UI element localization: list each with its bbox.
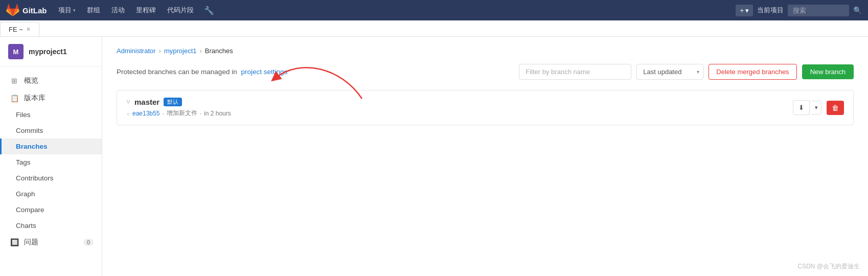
branch-default-badge: 默认 xyxy=(164,98,182,106)
download-chevron-button[interactable]: ▾ xyxy=(812,101,821,114)
branch-actions: ⬇ ▾ 🗑 xyxy=(793,100,844,115)
sidebar-item-graph[interactable]: Graph xyxy=(0,186,102,202)
topnav-right: + ▾ 当前项目 🔍 xyxy=(736,5,862,16)
breadcrumb-sep-2: › xyxy=(200,47,202,55)
breadcrumb: Administrator › myproject1 › Branches xyxy=(117,47,854,55)
nav-item-snippets[interactable]: 代码片段 xyxy=(162,4,199,17)
tab-fe[interactable]: FE ~ ✕ xyxy=(0,22,39,36)
delete-branch-button[interactable]: 🗑 xyxy=(827,101,844,115)
sort-wrapper: Last updatedNameOldest updated ▾ xyxy=(636,64,703,80)
delete-merged-branches-button[interactable]: Delete merged branches xyxy=(709,64,796,80)
sidebar-item-label-contributors: Contributors xyxy=(16,174,54,182)
commit-separator-2: · xyxy=(200,110,201,117)
branch-commit-row: ⬦ eae13b55 · 增加新文件 · in 2 hours xyxy=(126,109,793,118)
topnav-brand: GitLab xyxy=(22,6,47,15)
breadcrumb-current: Branches xyxy=(205,47,233,55)
topnav: GitLab 项目 ▾ 群组 活动 里程碑 代码片段 🔧 + ▾ 当前项目 🔍 xyxy=(0,0,868,20)
nav-item-activity[interactable]: 活动 xyxy=(106,4,130,17)
close-icon[interactable]: ✕ xyxy=(26,26,31,33)
commit-time: in 2 hours xyxy=(204,110,231,117)
branch-name-row: ⑂ master 默认 xyxy=(126,98,793,106)
sidebar-item-overview[interactable]: ⊞ 概览 xyxy=(0,72,102,89)
topnav-items: 项目 ▾ 群组 活动 里程碑 代码片段 🔧 xyxy=(53,4,736,17)
sidebar-item-label-branches: Branches xyxy=(16,143,48,150)
new-branch-button[interactable]: New branch xyxy=(802,64,854,79)
avatar: M xyxy=(8,44,24,59)
layout: M myproject1 ⊞ 概览 📋 版本库 Files Commits xyxy=(0,37,868,276)
overview-icon: ⊞ xyxy=(10,77,19,85)
sidebar-item-label-compare: Compare xyxy=(16,206,44,214)
breadcrumb-link-myproject1[interactable]: myproject1 xyxy=(164,47,197,55)
commit-icon: ⬦ xyxy=(126,110,130,117)
sidebar-item-label-commits: Commits xyxy=(16,127,43,134)
topnav-search-icon[interactable]: 🔍 xyxy=(853,6,862,14)
topnav-plus-button[interactable]: + ▾ xyxy=(736,5,753,16)
sidebar-item-label-issues: 问题 xyxy=(24,238,38,247)
branches-info: Protected branches can be managed in pro… xyxy=(117,68,514,76)
sidebar-project-name: myproject1 xyxy=(29,48,67,56)
sidebar-item-label-overview: 概览 xyxy=(24,76,38,85)
commit-separator: · xyxy=(162,110,164,117)
topnav-logo[interactable]: GitLab xyxy=(6,4,47,17)
tab-fe-label: FE ~ xyxy=(9,26,23,33)
sidebar-item-label-graph: Graph xyxy=(16,190,35,198)
breadcrumb-sep-1: › xyxy=(159,47,161,55)
issues-icon: 🔲 xyxy=(10,238,19,246)
nav-item-group[interactable]: 群组 xyxy=(82,4,105,17)
main-content: Administrator › myproject1 › Branches Pr… xyxy=(102,37,868,276)
sidebar-item-label-charts: Charts xyxy=(16,222,36,229)
sidebar-item-issues[interactable]: 🔲 问题 0 xyxy=(0,234,102,251)
sidebar-item-label-tags: Tags xyxy=(16,158,31,166)
sort-dropdown[interactable]: Last updatedNameOldest updated xyxy=(636,64,703,80)
tabbar: FE ~ ✕ xyxy=(0,20,868,37)
sidebar-item-files[interactable]: Files xyxy=(0,107,102,123)
branch-fork-icon: ⑂ xyxy=(126,98,130,106)
branch-row: ⑂ master 默认 ⬦ eae13b55 · 增加新文件 · in 2 ho… xyxy=(117,90,854,125)
sidebar-item-branches[interactable]: Branches xyxy=(0,139,102,154)
nav-item-milestone[interactable]: 里程碑 xyxy=(131,4,161,17)
wrench-icon[interactable]: 🔧 xyxy=(200,4,218,17)
repository-icon: 📋 xyxy=(10,94,19,102)
branches-info-text: Protected branches can be managed in xyxy=(117,68,237,76)
nav-item-project[interactable]: 项目 ▾ xyxy=(53,4,81,17)
sidebar-item-compare[interactable]: Compare xyxy=(0,202,102,218)
branch-name: master xyxy=(134,98,159,106)
issues-badge: 0 xyxy=(83,239,94,246)
sidebar-item-charts[interactable]: Charts xyxy=(0,218,102,234)
sidebar-item-label-files: Files xyxy=(16,111,31,119)
content-area: Administrator › myproject1 › Branches Pr… xyxy=(102,37,868,121)
sidebar-item-contributors[interactable]: Contributors xyxy=(0,170,102,186)
commit-message: 增加新文件 xyxy=(167,109,197,118)
branch-info: ⑂ master 默认 ⬦ eae13b55 · 增加新文件 · in 2 ho… xyxy=(126,98,793,118)
sidebar-item-repository-header[interactable]: 📋 版本库 xyxy=(0,89,102,107)
sidebar-item-commits[interactable]: Commits xyxy=(0,123,102,139)
commit-hash-link[interactable]: eae13b55 xyxy=(132,110,159,117)
sidebar-project: M myproject1 xyxy=(0,37,102,67)
topnav-search-input[interactable] xyxy=(788,5,849,16)
sidebar-section-main: ⊞ 概览 📋 版本库 Files Commits Branches xyxy=(0,67,102,253)
sidebar-item-label-repository: 版本库 xyxy=(24,94,45,103)
download-button[interactable]: ⬇ xyxy=(793,100,810,115)
project-settings-link[interactable]: project settings xyxy=(241,68,287,76)
filter-branch-input[interactable] xyxy=(519,64,631,80)
breadcrumb-link-administrator[interactable]: Administrator xyxy=(117,47,156,55)
chevron-icon: ▾ xyxy=(73,8,76,13)
sidebar: M myproject1 ⊞ 概览 📋 版本库 Files Commits xyxy=(0,37,102,276)
branches-toolbar: Protected branches can be managed in pro… xyxy=(117,64,854,80)
plus-chevron-icon: ▾ xyxy=(745,7,749,14)
sidebar-item-tags[interactable]: Tags xyxy=(0,154,102,170)
watermark: CSDN @会飞的爱迪生 xyxy=(797,262,860,271)
current-project-label: 当前项目 xyxy=(757,6,784,15)
